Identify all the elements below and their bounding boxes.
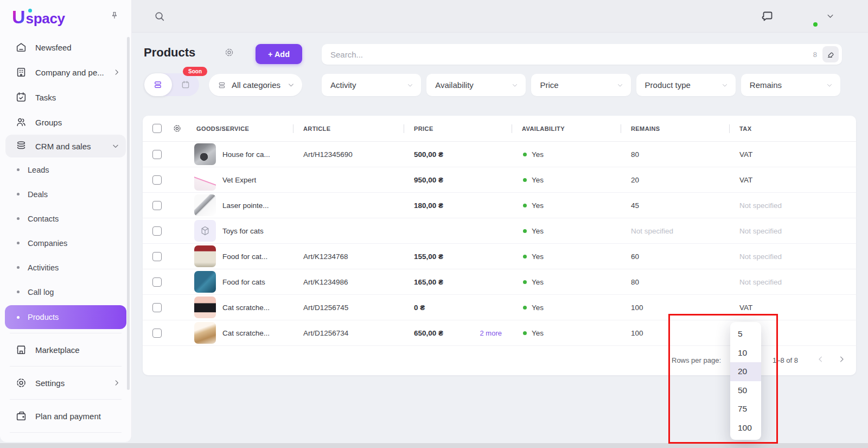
building-icon (15, 66, 27, 78)
filter-product-type[interactable]: Product type (636, 74, 736, 96)
row-checkbox[interactable] (152, 150, 162, 159)
column-header-availability: AVAILABILITY (512, 116, 621, 141)
online-status-dot (812, 21, 819, 28)
rows-option[interactable]: 5 (730, 325, 761, 344)
clear-filters-eraser-icon[interactable] (822, 46, 839, 62)
crm-stack-icon (15, 140, 27, 152)
profile-chevron-down-icon[interactable] (826, 12, 834, 20)
sidebar-item-marketplace[interactable]: Marketplace (0, 337, 131, 362)
sidebar-item-deals[interactable]: Deals (0, 182, 131, 206)
add-button[interactable]: + Add (256, 44, 302, 64)
bullet-icon (17, 217, 20, 220)
previous-page-button[interactable] (816, 355, 825, 363)
product-search-bar: 8 (322, 44, 842, 65)
sidebar-item-company[interactable]: Company and pe... (0, 60, 131, 85)
sidebar-item-label: Settings (35, 378, 65, 388)
sidebar-item-label: Call log (28, 288, 54, 296)
availability-value: Yes (532, 329, 544, 337)
sidebar-scrollbar[interactable] (127, 37, 130, 390)
sidebar-item-products[interactable]: Products (5, 305, 126, 329)
sidebar-item-leads[interactable]: Leads (0, 157, 131, 182)
all-categories-dropdown[interactable]: All categories (209, 74, 302, 96)
table-row[interactable]: Toys for cats Yes Not specified Not spec… (143, 218, 856, 244)
more-prices-link[interactable]: 2 more (480, 329, 502, 337)
sidebar-item-plan-and-payment[interactable]: Plan and payment (0, 403, 131, 428)
uspacy-logo[interactable]: U spacy (12, 8, 65, 27)
user-avatar[interactable] (797, 6, 818, 27)
logo-row: U spacy (0, 0, 131, 35)
availability-dot (523, 204, 527, 207)
sidebar-item-label: Deals (28, 190, 48, 199)
product-thumbnail (194, 194, 216, 216)
filter-availability[interactable]: Availability (426, 74, 526, 96)
table-row[interactable]: Food for cat... Art/K1234768 155,00 ₴ Ye… (143, 244, 856, 269)
product-name[interactable]: Food for cats (222, 278, 265, 286)
sidebar-item-activities[interactable]: Activities (0, 255, 131, 280)
product-name[interactable]: Cat scratche... (222, 304, 270, 312)
rows-option[interactable]: 100 (730, 419, 761, 438)
table-settings-gear-icon[interactable] (173, 124, 182, 133)
search-input[interactable] (330, 50, 813, 59)
sidebar-item-contacts[interactable]: Contacts (0, 206, 131, 231)
product-name[interactable]: Toys for cats (222, 227, 264, 235)
calendar-view-toggle[interactable] (172, 73, 200, 96)
remains-cell: 60 (621, 253, 729, 261)
list-view-toggle[interactable] (144, 73, 172, 96)
filter-activity[interactable]: Activity (322, 74, 421, 96)
logo-letter: U (12, 8, 25, 26)
row-checkbox[interactable] (152, 277, 162, 287)
sidebar-item-label: Leads (28, 166, 49, 174)
product-name[interactable]: Cat scratche... (222, 329, 270, 337)
sidebar-divider (10, 366, 122, 367)
table-row[interactable]: House for ca... Art/H12345690 500,00 ₴ Y… (143, 142, 856, 167)
product-thumbnail (194, 271, 216, 293)
availability-dot (523, 229, 527, 233)
availability-value: Yes (532, 227, 544, 235)
sidebar-item-call-log[interactable]: Call log (0, 280, 131, 304)
table-row[interactable]: Vet Expert 950,00 ₴ Yes 20 VAT (143, 167, 856, 193)
column-header-remains: REMAINS (621, 116, 729, 141)
sidebar-divider (10, 399, 122, 400)
soon-badge: Soon (183, 67, 207, 76)
table-row[interactable]: Cat scratche... Art/D1256745 0 ₴ Yes 100… (143, 295, 856, 320)
next-page-button[interactable] (838, 355, 846, 363)
row-checkbox[interactable] (152, 175, 162, 185)
filter-remains[interactable]: Remains (741, 74, 840, 96)
sidebar-item-tasks[interactable]: Tasks (0, 85, 131, 110)
sidebar-item-groups[interactable]: Groups (0, 110, 131, 135)
table-row[interactable]: Laser pointe... 180,00 ₴ Yes 45 Not spec… (143, 193, 856, 218)
row-checkbox[interactable] (152, 252, 162, 261)
availability-dot (523, 153, 527, 156)
product-name[interactable]: House for ca... (222, 150, 270, 159)
row-checkbox[interactable] (152, 303, 162, 312)
page-settings-gear-icon[interactable] (224, 47, 234, 58)
article-cell: Art/K1234768 (293, 253, 404, 261)
pagination-range: 1–8 of 8 (773, 356, 798, 364)
rows-option[interactable]: 75 (730, 400, 761, 419)
product-name[interactable]: Vet Expert (222, 176, 256, 184)
sidebar-divider (10, 432, 122, 433)
rows-option[interactable]: 20 (730, 362, 761, 381)
row-checkbox[interactable] (152, 226, 162, 236)
gear-icon (15, 377, 27, 389)
search-icon[interactable] (154, 10, 165, 22)
product-name[interactable]: Laser pointe... (222, 201, 269, 210)
row-checkbox[interactable] (152, 201, 162, 210)
row-checkbox[interactable] (152, 329, 162, 338)
bullet-icon (17, 242, 20, 244)
article-cell: Art/D1256734 (293, 329, 404, 337)
product-name[interactable]: Food for cat... (222, 253, 267, 261)
sidebar-item-crm-and-sales[interactable]: CRM and sales (5, 135, 126, 157)
sidebar-item-companies[interactable]: Companies (0, 231, 131, 255)
filter-price[interactable]: Price (531, 74, 630, 96)
sidebar-item-label: CRM and sales (35, 142, 91, 151)
select-all-checkbox[interactable] (152, 124, 162, 133)
pin-sidebar-icon[interactable] (110, 11, 119, 21)
sidebar-item-newsfeed[interactable]: Newsfeed (0, 35, 131, 60)
table-row[interactable]: Food for cats Art/K1234986 165,00 ₴ Yes … (143, 269, 856, 295)
sidebar-item-settings[interactable]: Settings (0, 370, 131, 395)
rows-option[interactable]: 10 (730, 344, 761, 363)
rows-option[interactable]: 50 (730, 381, 761, 400)
chat-icon[interactable] (761, 10, 774, 23)
column-header-tax: TAX (729, 116, 856, 141)
